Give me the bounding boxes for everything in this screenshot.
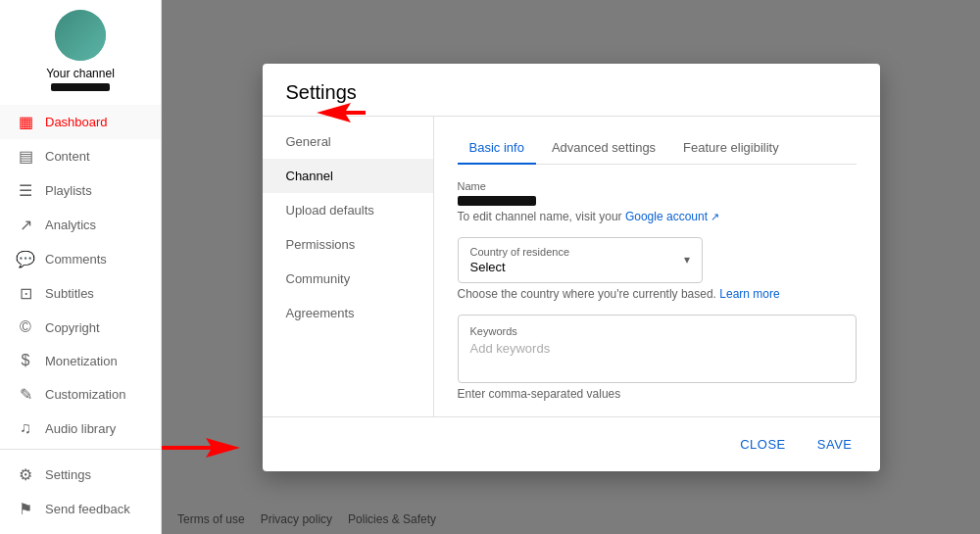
settings-icon: ⚙: [16, 465, 35, 484]
sidebar-item-label: Send feedback: [45, 502, 130, 516]
settings-nav-general[interactable]: General: [263, 124, 433, 159]
modal-body: General Channel Upload defaults Permissi…: [263, 117, 880, 416]
settings-nav-channel[interactable]: Channel: [263, 159, 433, 193]
sidebar: Your channel ▦ Dashboard ▤ Content ☰ Pla…: [0, 0, 162, 534]
keywords-label: Keywords: [470, 325, 844, 337]
sidebar-nav: ▦ Dashboard ▤ Content ☰ Playlists ↗ Anal…: [0, 101, 161, 449]
modal-title: Settings: [286, 81, 857, 104]
external-link-icon: ↗: [710, 211, 719, 222]
sidebar-item-label: Content: [45, 149, 90, 164]
name-hint: To edit channel name, visit your Google …: [458, 210, 857, 223]
sidebar-item-label: Subtitles: [45, 286, 94, 301]
country-select[interactable]: Country of residence Select ▾: [458, 237, 703, 283]
sidebar-top: Your channel: [0, 0, 161, 101]
keywords-field-group: Keywords Add keywords Enter comma-separa…: [458, 315, 857, 401]
country-field-group: Country of residence Select ▾: [458, 237, 857, 283]
google-account-link[interactable]: Google account: [625, 210, 708, 223]
keywords-hint: Enter comma-separated values: [458, 387, 857, 401]
chevron-down-icon: ▾: [684, 253, 690, 267]
sidebar-item-label: Audio library: [45, 421, 116, 436]
tab-advanced-settings[interactable]: Advanced settings: [540, 132, 667, 165]
sidebar-item-analytics[interactable]: ↗ Analytics: [0, 208, 161, 242]
settings-nav-community[interactable]: Community: [263, 262, 433, 296]
channel-label: Your channel: [46, 67, 115, 80]
country-hint: Choose the country where you're currentl…: [458, 287, 857, 301]
sidebar-item-label: Customization: [45, 387, 125, 402]
dashboard-icon: ▦: [16, 113, 35, 131]
subtitles-icon: ⊡: [16, 284, 35, 303]
settings-nav-upload-defaults[interactable]: Upload defaults: [263, 193, 433, 227]
learn-more-link[interactable]: Learn more: [719, 287, 779, 301]
sidebar-item-send-feedback[interactable]: ⚑ Send feedback: [0, 492, 161, 526]
modal-overlay: Settings General Channel Upload defaults…: [162, 0, 980, 534]
sidebar-item-copyright[interactable]: © Copyright: [0, 311, 161, 344]
sidebar-bottom: ⚙ Settings ⚑ Send feedback: [0, 449, 161, 534]
svg-marker-1: [162, 438, 240, 458]
settings-nav-permissions[interactable]: Permissions: [263, 227, 433, 262]
sidebar-item-comments[interactable]: 💬 Comments: [0, 242, 161, 276]
tab-basic-info[interactable]: Basic info: [458, 132, 536, 165]
sidebar-item-audio-library[interactable]: ♫ Audio library: [0, 412, 161, 445]
sidebar-item-customization[interactable]: ✎ Customization: [0, 377, 161, 412]
feedback-icon: ⚑: [16, 500, 35, 518]
avatar: [55, 10, 106, 61]
sidebar-item-label: Analytics: [45, 218, 96, 232]
settings-tabs: Basic info Advanced settings Feature eli…: [458, 132, 857, 165]
comments-icon: 💬: [16, 250, 35, 268]
sidebar-item-content[interactable]: ▤ Content: [0, 139, 161, 173]
name-field-label: Name: [458, 180, 857, 192]
close-button[interactable]: CLOSE: [728, 429, 798, 460]
settings-nav-agreements[interactable]: Agreements: [263, 296, 433, 330]
sidebar-item-playlists[interactable]: ☰ Playlists: [0, 173, 161, 208]
content-icon: ▤: [16, 147, 35, 166]
name-value: [458, 196, 536, 206]
settings-content: Basic info Advanced settings Feature eli…: [434, 117, 880, 416]
copyright-icon: ©: [16, 318, 35, 336]
name-field-group: Name To edit channel name, visit your Go…: [458, 180, 857, 223]
keywords-placeholder: Add keywords: [470, 341, 844, 356]
sidebar-item-settings[interactable]: ⚙ Settings: [0, 458, 161, 492]
sidebar-item-label: Copyright: [45, 320, 100, 335]
audio-library-icon: ♫: [16, 419, 35, 437]
playlists-icon: ☰: [16, 181, 35, 200]
settings-sidebar: General Channel Upload defaults Permissi…: [263, 117, 434, 416]
sidebar-item-monetization[interactable]: $ Monetization: [0, 344, 161, 377]
sidebar-item-label: Playlists: [45, 183, 92, 198]
customization-icon: ✎: [16, 385, 35, 404]
settings-arrow-indicator: [162, 438, 240, 461]
svg-marker-0: [317, 103, 366, 122]
main-content: Settings General Channel Upload defaults…: [162, 0, 980, 534]
channel-name-bar: [51, 83, 110, 91]
sidebar-item-label: Monetization: [45, 354, 118, 368]
main-layout: Your channel ▦ Dashboard ▤ Content ☰ Pla…: [0, 0, 980, 534]
sidebar-item-dashboard[interactable]: ▦ Dashboard: [0, 105, 161, 139]
keywords-input[interactable]: Keywords Add keywords: [458, 315, 857, 383]
sidebar-item-label: Settings: [45, 467, 91, 482]
modal-footer: CLOSE SAVE: [263, 416, 880, 471]
save-button[interactable]: SAVE: [806, 429, 864, 460]
tab-feature-eligibility[interactable]: Feature eligibility: [671, 132, 791, 165]
sidebar-item-label: Dashboard: [45, 115, 108, 129]
sidebar-item-label: Comments: [45, 252, 107, 267]
sidebar-item-subtitles[interactable]: ⊡ Subtitles: [0, 276, 161, 311]
analytics-icon: ↗: [16, 216, 35, 234]
monetization-icon: $: [16, 352, 35, 369]
country-label: Country of residence: [470, 246, 570, 258]
country-value: Select: [470, 260, 570, 274]
channel-arrow-indicator: [317, 103, 366, 125]
